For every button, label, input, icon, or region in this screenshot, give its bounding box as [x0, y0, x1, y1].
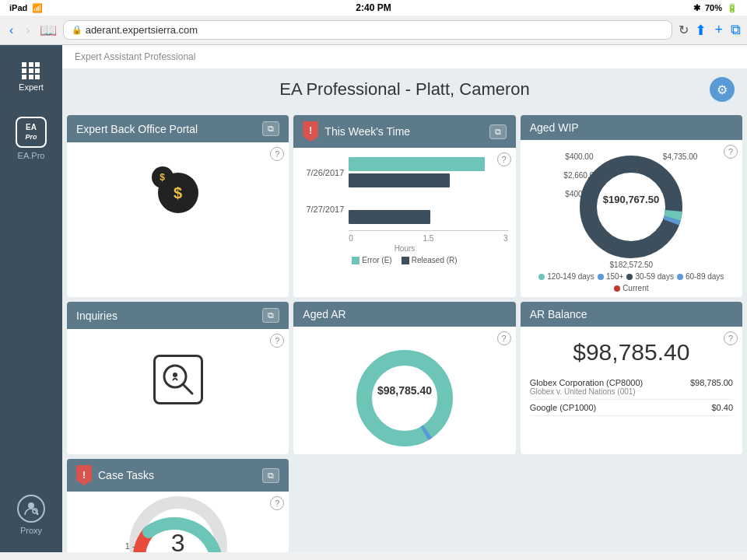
wip-donut-svg: $190,767.50 — [565, 145, 697, 261]
chart-axis: 0 1.5 3 — [301, 234, 507, 243]
sidebar-item-ea-pro[interactable]: EAPro EA.Pro — [0, 107, 62, 170]
widget-header-wip: Aged WIP — [521, 115, 742, 140]
axis-label-1: 1.5 — [423, 234, 434, 243]
aged-ar-center: $98,785.40 — [377, 384, 432, 397]
help-button-ar-balance[interactable]: ? — [724, 331, 738, 345]
sidebar-label-proxy: Proxy — [20, 526, 42, 535]
widget-body-case: ? 3 1 - — [67, 492, 289, 552]
top-bar: Expert Assistant Professional — [62, 45, 747, 68]
help-button-time[interactable]: ? — [497, 152, 511, 166]
svg-point-3 — [588, 164, 674, 250]
ar-amount-1: $98,785.00 — [690, 378, 733, 396]
battery-icon: 🔋 — [727, 3, 738, 13]
sidebar-label-expert: Expert — [19, 82, 44, 92]
legend-label-error: Error (E) — [362, 256, 391, 264]
help-button-case[interactable]: ? — [270, 496, 284, 510]
coin-small: $ — [152, 166, 174, 188]
app-container: Expert EAPro EA.Pro Proxy Expert — [0, 45, 747, 552]
widget-header-time: ! This Week's Time ⧉ — [293, 115, 515, 148]
widget-header-left-case: ! Case Tasks — [76, 465, 154, 485]
widget-ar-balance: AR Balance ? $98,785.40 Globex Corporati… — [521, 302, 742, 454]
bottom-row: ! Case Tasks ⧉ ? — [62, 459, 747, 552]
legend-dot-released — [402, 257, 409, 264]
widget-inquiries: Inquiries ⧉ ? — [67, 302, 289, 454]
back-button[interactable]: ‹ — [6, 22, 16, 39]
status-right: ✱ 70% 🔋 — [693, 3, 738, 13]
grid-icon — [22, 62, 40, 79]
status-time: 2:40 PM — [356, 2, 391, 13]
wip-legend-120: 120-149 days — [538, 272, 594, 281]
ar-client-name-2: Google (CP1000) — [530, 403, 597, 412]
breadcrumb: Expert Assistant Professional — [75, 51, 195, 62]
widget-aged-ar: Aged AR ? $98,785.40 — [293, 302, 515, 454]
wip-label-bottom: $182,572.50 — [610, 261, 654, 269]
widget-header-inquiries: Inquiries ⧉ — [67, 302, 289, 329]
browser-actions: ⬆ + ⧉ — [695, 22, 741, 39]
widget-title-inquiries: Inquiries — [76, 310, 117, 322]
help-button-inquiries[interactable]: ? — [270, 334, 284, 348]
widget-body-wip: ? $400.00 $2,660.00 $400.00 $4,735.00 — [521, 140, 742, 297]
inquiries-svg — [160, 361, 197, 398]
case-donut-wrapper: 3 1 - — [124, 501, 233, 552]
forward-button[interactable]: › — [23, 22, 33, 39]
inquiries-icon — [153, 355, 203, 404]
ar-client-sub-1: Globex v. United Nations (001) — [530, 387, 644, 396]
legend-released: Released (R) — [402, 256, 458, 264]
help-button-aged-ar[interactable]: ? — [497, 331, 511, 345]
wip-legend-30: 30-59 days — [626, 272, 673, 281]
ar-row-1: Globex Corporation (CP8000) Globex v. Un… — [530, 375, 733, 400]
reload-button[interactable]: ↻ — [679, 23, 689, 37]
sidebar-item-expert[interactable]: Expert — [0, 53, 62, 101]
bar-dark-1 — [349, 173, 507, 187]
widget-title-wip: Aged WIP — [530, 121, 579, 134]
axis-unit: Hours — [301, 244, 507, 253]
page-title-bar: EA Professional - Platt, Cameron ⚙ — [62, 68, 747, 110]
copy-button-inquiries[interactable]: ⧉ — [262, 308, 279, 323]
widget-body-aged-ar: ? $98,785.40 — [293, 327, 515, 454]
copy-button-bop[interactable]: ⧉ — [262, 121, 279, 136]
widget-case-tasks: ! Case Tasks ⧉ ? — [67, 459, 289, 552]
ea-pro-icon: EAPro — [16, 117, 47, 148]
bar-group-2 — [349, 194, 507, 224]
help-button-wip[interactable]: ? — [724, 145, 738, 159]
tabs-button[interactable]: ⧉ — [731, 22, 741, 39]
bookmarks-button[interactable]: 📖 — [40, 22, 57, 39]
alert-icon-time: ! — [309, 125, 312, 136]
wip-donut-wrapper: $400.00 $2,660.00 $400.00 $4,735.00 — [565, 145, 697, 269]
copy-button-case[interactable]: ⧉ — [262, 468, 279, 483]
widget-body-bop: ? $ $ — [67, 142, 289, 243]
bar-dark-2 — [349, 210, 507, 224]
widget-header-case-tasks: ! Case Tasks ⧉ — [67, 459, 289, 492]
page-title: EA Professional - Platt, Cameron — [75, 79, 735, 100]
help-button-bop[interactable]: ? — [270, 147, 284, 161]
status-left: iPad 📶 — [9, 3, 43, 13]
chart-row-1: 7/26/2017 — [301, 157, 507, 187]
widget-header-left-time: ! This Week's Time — [303, 121, 410, 142]
carrier-label: iPad — [9, 3, 27, 12]
new-tab-button[interactable]: + — [714, 22, 723, 39]
ar-balance-total: $98,785.40 — [530, 339, 733, 366]
widget-aged-wip: Aged WIP ? $400.00 $2,660.00 $400.00 $4,… — [521, 115, 742, 297]
widget-body-time: ? 7/26/2017 7/27/2017 — [293, 148, 515, 274]
svg-text:$190,767.50: $190,767.50 — [603, 194, 659, 205]
share-button[interactable]: ⬆ — [695, 22, 707, 39]
wip-legend: 120-149 days 150+ 30-59 days 60-89 days … — [525, 272, 738, 292]
settings-button[interactable]: ⚙ — [710, 77, 735, 102]
widget-title-case: Case Tasks — [98, 469, 154, 481]
copy-button-time[interactable]: ⧉ — [489, 124, 507, 139]
battery-percent: 70% — [705, 3, 722, 12]
svg-point-9 — [173, 373, 177, 377]
widget-header-bop: Expert Back Office Portal ⧉ — [67, 115, 289, 142]
chart-label-1: 7/26/2017 — [301, 168, 344, 177]
case-center-number: 3 — [171, 529, 185, 552]
widget-title-time: This Week's Time — [324, 125, 410, 138]
wip-legend-current: Current — [614, 284, 648, 292]
widget-body-ar-balance: ? $98,785.40 Globex Corporation (CP8000)… — [521, 327, 742, 428]
widget-title-ar-balance: AR Balance — [530, 308, 587, 320]
aged-ar-donut-wrapper: $98,785.40 — [342, 336, 467, 445]
sidebar-item-proxy[interactable]: Proxy — [0, 485, 62, 544]
main-content: Expert Assistant Professional EA Profess… — [62, 45, 747, 552]
legend-label-released: Released (R) — [412, 256, 458, 264]
legend-error: Error (E) — [352, 256, 391, 264]
address-bar[interactable]: 🔒 aderant.expertsierra.com — [63, 20, 673, 40]
